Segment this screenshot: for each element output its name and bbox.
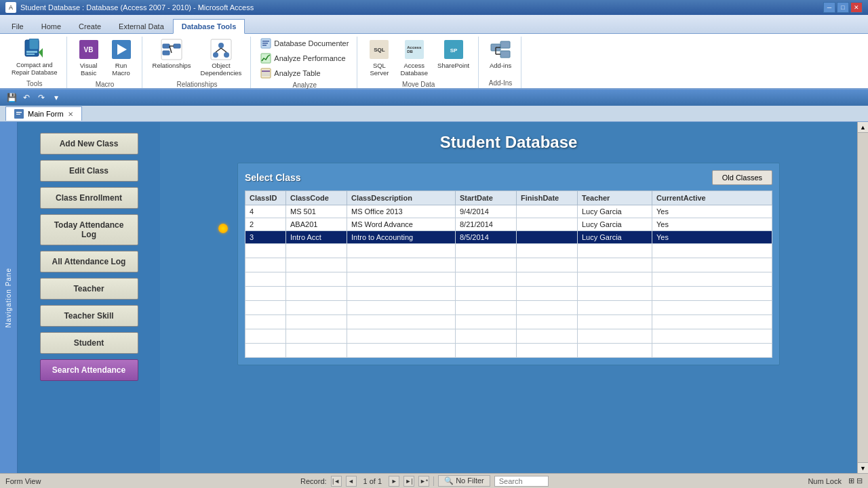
svg-rect-31 [500,41,510,48]
sql-label: SQLServer [370,62,389,77]
record-navigation: Record: |◄ ◄ 1 of 1 ► ►| ►* 🔍 No Filter [300,475,549,487]
svg-rect-19 [262,41,269,42]
empty-row [245,272,772,287]
last-record-button[interactable]: ►| [403,476,414,487]
class-table: ClassID ClassCode ClassDescription Start… [245,190,772,358]
relationships-group-label: Relationships [176,81,217,88]
empty-row [245,315,772,329]
obj-dependencies-button[interactable]: ObjectDependencies [197,37,245,79]
move-data-group-label: Move Data [402,81,435,88]
sharepoint-label: SharePoint [437,62,469,69]
ribbon-group-analyze: Database Documenter Analyze Performance … [252,37,357,88]
col-classdesc: ClassDescription [347,191,456,205]
num-lock-indicator: Num Lock [808,477,842,485]
add-new-class-button[interactable]: Add New Class [40,133,138,155]
analyze-performance-button[interactable]: Analyze Performance [258,52,348,65]
student-button[interactable]: Student [40,332,138,354]
select-class-section: Select Class Old Classes ClassID ClassCo… [237,163,780,365]
main-form-tab[interactable]: Main Form ✕ [5,106,82,121]
svg-text:SP: SP [450,47,457,54]
edit-class-button[interactable]: Edit Class [40,160,138,182]
svg-rect-9 [163,51,170,55]
minimize-button[interactable]: ─ [823,2,835,13]
documenter-label: Database Documenter [274,39,349,47]
quick-access-bar: 💾 ↶ ↷ ▾ [0,89,868,106]
sql-icon: SQL [368,39,390,60]
rel-icon [161,39,182,60]
scroll-up-button[interactable]: ▲ [858,122,868,133]
teacher-skill-button[interactable]: Teacher Skill [40,305,138,327]
search-input[interactable] [494,476,549,487]
vertical-scrollbar[interactable]: ▲ ▼ [857,122,868,473]
access-database-button[interactable]: AccessDB AccessDatabase [397,37,431,79]
relationships-label: Relationships [153,62,191,69]
redo-qa-button[interactable]: ↷ [35,92,47,104]
status-left: Form View [5,477,41,485]
class-enrollment-button[interactable]: Class Enrollment [40,187,138,209]
no-filter-button[interactable]: 🔍 No Filter [438,475,490,487]
col-classcode: ClassCode [286,191,347,205]
vb-icon: VB [78,39,100,60]
maximize-button[interactable]: □ [837,2,849,13]
run-macro-button[interactable]: RunMacro [106,37,136,79]
analyze-table-button[interactable]: Analyze Table [258,66,323,80]
svg-point-14 [213,52,218,58]
svg-rect-32 [500,51,510,58]
ribbon-group-tools: Compact andRepair Database Tools [3,37,67,88]
tab-external-data[interactable]: External Data [110,19,173,33]
prev-record-button[interactable]: ◄ [346,476,357,487]
svg-point-15 [224,52,229,58]
first-record-button[interactable]: |◄ [331,476,342,487]
visual-basic-button[interactable]: VB VisualBasic [74,37,104,79]
table-row[interactable]: 2ABA201MS Word Advance8/21/2014Lucy Garc… [245,218,772,231]
tab-file[interactable]: File [3,19,33,33]
objdep-icon [210,39,232,60]
empty-row [245,287,772,301]
objdep-label: ObjectDependencies [201,62,242,77]
ribbon-group-macro: VB VisualBasic RunMacro Macro [68,37,142,88]
tools-group-label: Tools [26,80,42,87]
svg-rect-21 [262,45,267,46]
form-main-title: Student Database [440,133,578,152]
analyze-table-icon [260,68,271,79]
table-row[interactable]: 4MS 501MS Office 20139/4/2014Lucy Garcia… [245,205,772,218]
customize-qa-button[interactable]: ▾ [50,92,62,104]
old-classes-button[interactable]: Old Classes [712,170,772,185]
macro-icon [111,39,132,60]
status-right: Num Lock ⊞ ⊟ [808,476,863,485]
teacher-button[interactable]: Teacher [40,278,138,300]
new-record-button[interactable]: ►* [418,476,429,487]
undo-qa-button[interactable]: ↶ [20,92,33,104]
svg-rect-2 [26,51,37,53]
view-label: Form View [5,477,41,485]
tab-database-tools[interactable]: Database Tools [173,19,245,34]
window-controls: ─ □ ✕ [823,2,863,13]
accdb-label: AccessDatabase [400,62,428,77]
addins-button[interactable]: Add-ins [486,37,515,71]
navigation-pane-strip: Navigation Pane [0,122,18,473]
accdb-icon: AccessDB [403,39,425,60]
table-row[interactable]: 3Intro AcctIntro to Accounting8/5/2014Lu… [245,231,772,244]
empty-row [245,258,772,272]
scroll-down-button[interactable]: ▼ [858,462,868,473]
sharepoint-button[interactable]: SP SharePoint [434,37,473,71]
all-attendance-button[interactable]: All Attendance Log [40,251,138,272]
today-attendance-button[interactable]: Today Attendance Log [40,214,138,245]
svg-rect-27 [262,75,270,76]
sql-server-button[interactable]: SQL SQLServer [364,37,394,79]
macro-group-label: Macro [96,81,115,88]
main-content-area: Student Database Select Class Old Classe… [160,122,857,473]
relationships-button[interactable]: Relationships [149,37,195,71]
form-tab-close-button[interactable]: ✕ [68,110,73,118]
db-documenter-button[interactable]: Database Documenter [258,37,351,50]
close-button[interactable]: ✕ [850,2,863,13]
search-attendance-button[interactable]: Search Attendance [40,359,138,381]
compact-repair-button[interactable]: Compact andRepair Database [8,37,61,79]
save-qa-button[interactable]: 💾 [5,92,18,104]
tab-create[interactable]: Create [70,19,110,33]
tab-home[interactable]: Home [33,19,70,33]
form-tab-label: Main Form [28,110,64,118]
share-icon: SP [443,39,465,60]
next-record-button[interactable]: ► [389,476,399,487]
analyze-perf-icon [260,53,271,64]
